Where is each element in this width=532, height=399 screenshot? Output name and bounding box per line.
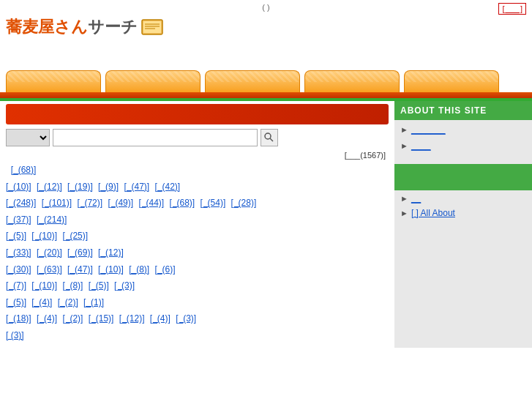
cat-link[interactable]: [_(72)] — [77, 198, 102, 208]
search-select[interactable] — [6, 129, 50, 146]
sidebar-link-item-2: ► ____ — [400, 141, 526, 151]
cat-link[interactable]: [_(3)] — [176, 313, 196, 324]
cat-row: [_(30)] [_(63)] [_(47)] [_(10)] [_(8)] [… — [6, 262, 389, 278]
cat-link[interactable]: [_(18)] — [6, 313, 31, 324]
cat-link[interactable]: [_(68)] — [170, 198, 195, 208]
sidebar-link-2[interactable]: ____ — [411, 141, 431, 151]
cat-link[interactable]: [_(4)] — [31, 297, 52, 307]
svg-point-5 — [265, 133, 271, 139]
nav-tab-1[interactable] — [6, 70, 101, 92]
search-icon — [264, 133, 274, 143]
result-count-prefix: [___ — [345, 151, 360, 160]
sidebar-arrow-icon: ► — [400, 125, 408, 134]
cat-link[interactable]: [_(19)] — [67, 182, 93, 192]
sidebar-link-item-4: ► [ ] All About — [394, 208, 532, 218]
nav-tab-5[interactable] — [404, 70, 499, 92]
cat-link[interactable]: [_(37)] — [6, 215, 31, 225]
top-links: ( ) — [262, 3, 269, 12]
cat-link[interactable]: [_(20)] — [37, 247, 62, 258]
cat-link[interactable]: [_(8)] — [62, 280, 83, 291]
cat-row: [_(37)] [_(214)] — [6, 212, 389, 228]
cat-row: [_(248)] [_(101)] [_(72)] [_(49)] [_(44)… — [6, 195, 389, 212]
cat-link[interactable]: [_(12)] — [98, 247, 124, 258]
cat-link[interactable]: [_(25)] — [62, 231, 88, 241]
nav-tabs — [0, 67, 532, 92]
cat-link[interactable]: [_(1)] — [83, 297, 104, 307]
cat-link[interactable]: [_(4)] — [37, 313, 57, 324]
sidebar-link-1[interactable]: _______ — [411, 124, 446, 135]
left-content: [___(1567)] [_(68)] [_(10)] [_(12)] [_(1… — [0, 101, 394, 348]
cat-link[interactable]: [_(42)] — [154, 182, 180, 192]
sidebar-link-item-3: ► __ — [394, 193, 532, 204]
cat-link[interactable]: [_(10)] — [6, 182, 31, 192]
cat-link[interactable]: [_(101)] — [42, 198, 72, 208]
cat-link[interactable]: [_(6)] — [154, 264, 175, 275]
cat-row: [_(18)] [_(4)] [_(2)] [_(15)] [_(12)] [_… — [6, 311, 389, 327]
cat-link[interactable]: [_(8)] — [129, 264, 149, 275]
right-sidebar: ABOUT THIS SITE ► _______ ► ____ ► __ ► … — [394, 101, 532, 348]
cat-row: [_(68)] — [6, 163, 389, 179]
cat-link[interactable]: [_(5)] — [6, 231, 26, 241]
cat-link[interactable]: [_(248)] — [6, 198, 36, 208]
cat-link[interactable]: [_(30)] — [6, 264, 31, 275]
sidebar-link-3[interactable]: __ — [411, 193, 421, 204]
cat-link[interactable]: [_(63)] — [37, 264, 62, 275]
cat-link[interactable]: [_(10)] — [31, 231, 57, 241]
main-layout: [___(1567)] [_(68)] [_(10)] [_(12)] [_(1… — [0, 101, 532, 348]
cat-link[interactable]: [_(4)] — [150, 313, 171, 324]
sidebar-links: ► _______ ► ____ — [394, 120, 532, 161]
category-list: [_(68)] [_(10)] [_(12)] [_(19)] [_(9)] [… — [6, 163, 389, 344]
cat-link[interactable]: [_(49)] — [108, 198, 133, 208]
cat-row: [ (3)] — [6, 328, 389, 344]
search-input[interactable] — [53, 129, 258, 146]
cat-row: [_(7)] [_(10)] [_(8)] [_(5)] [_(3)] — [6, 278, 389, 294]
cat-link[interactable]: [_(44)] — [138, 198, 164, 208]
result-count-suffix: ] — [383, 151, 386, 160]
cat-link[interactable]: [_(69)] — [67, 247, 93, 258]
header: ( ) [___ ] 蕎麦屋さん サーチ — [0, 0, 532, 66]
cat-link[interactable]: [_(47)] — [124, 182, 149, 192]
result-count-value: (1567) — [360, 151, 383, 160]
cat-link[interactable]: [ (3)] — [6, 330, 24, 340]
cat-link[interactable]: [_(10)] — [98, 264, 124, 275]
cat-link[interactable]: [_(2)] — [58, 297, 78, 307]
logo: 蕎麦屋さん サーチ — [6, 16, 165, 38]
cat-link[interactable]: [_(28)] — [231, 198, 257, 208]
cat-link[interactable]: [_(15)] — [89, 313, 114, 324]
about-site-header: ABOUT THIS SITE — [394, 101, 532, 120]
cat-link[interactable]: [_(54)] — [201, 198, 226, 208]
cat-link[interactable]: [_(5)] — [6, 297, 26, 307]
cat-link[interactable]: [_(3)] — [114, 280, 135, 291]
search-controls — [6, 129, 389, 146]
cat-link[interactable]: [_(7)] — [6, 280, 26, 291]
cat-link[interactable]: [_(12)] — [119, 313, 145, 324]
result-count: [___(1567)] — [6, 151, 389, 160]
search-button[interactable] — [261, 129, 278, 146]
cat-row: [_(5)] [_(4)] [_(2)] [_(1)] — [6, 295, 389, 311]
cat-row: [_(5)] [_(10)] [_(25)] — [6, 228, 389, 245]
logo-japanese-text: 蕎麦屋さん — [6, 16, 88, 38]
sidebar-link-all-about[interactable]: [ ] All About — [411, 208, 455, 218]
cat-link[interactable]: [_(214)] — [37, 215, 67, 225]
svg-rect-1 — [143, 21, 161, 33]
sidebar-arrow-icon: ► — [400, 141, 408, 150]
cat-link[interactable]: [_(68)] — [11, 165, 37, 175]
cat-link[interactable]: [_(47)] — [67, 264, 93, 275]
nav-tab-4[interactable] — [304, 70, 400, 92]
orange-bar — [0, 92, 532, 98]
cat-link[interactable]: [_(12)] — [37, 182, 62, 192]
cat-link[interactable]: [_(33)] — [6, 247, 31, 258]
sidebar-link-item-1: ► _______ — [400, 124, 526, 135]
cat-link[interactable]: [_(10)] — [31, 280, 57, 291]
nav-tab-2[interactable] — [105, 70, 201, 92]
cat-row: [_(10)] [_(12)] [_(19)] [_(9)] [_(47)] [… — [6, 179, 389, 195]
svg-line-6 — [270, 138, 273, 141]
sidebar-arrow-icon: ► — [400, 209, 408, 217]
cat-link[interactable]: [_(5)] — [89, 280, 109, 291]
cat-row: [_(33)] [_(20)] [_(69)] [_(12)] — [6, 245, 389, 261]
cat-link[interactable]: [_(9)] — [98, 182, 119, 192]
cat-link[interactable]: [_(2)] — [62, 313, 83, 324]
login-link[interactable]: [___ ] — [498, 3, 526, 15]
nav-tab-3[interactable] — [205, 70, 300, 92]
sidebar-arrow-icon: ► — [400, 194, 408, 203]
